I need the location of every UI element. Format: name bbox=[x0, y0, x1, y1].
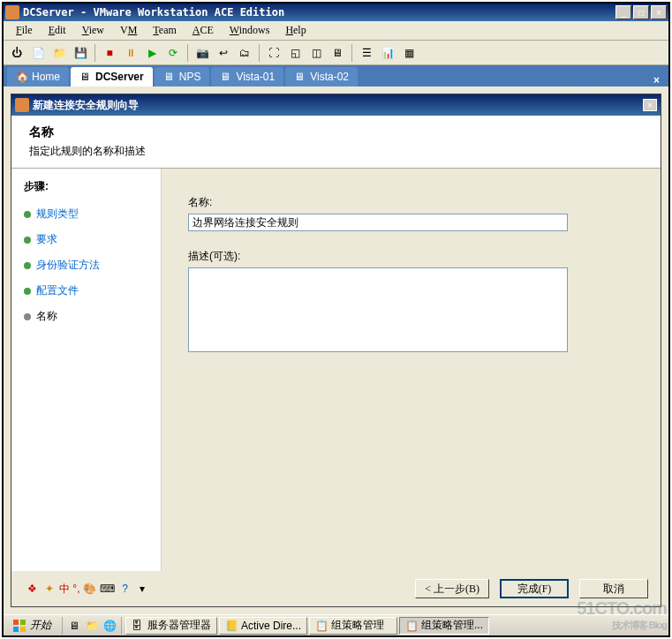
steps-title: 步骤: bbox=[11, 176, 161, 201]
ime-icon2: ✦ bbox=[42, 581, 57, 597]
menu-windows[interactable]: Windows bbox=[223, 22, 277, 39]
wizard-window: 新建连接安全规则向导 × 名称 指定此规则的名称和描述 步骤: 规则类型 要求 … bbox=[11, 94, 661, 607]
sidebar-icon[interactable]: ☰ bbox=[357, 43, 376, 63]
ime-text: 中 °, bbox=[59, 581, 79, 597]
maximize-button[interactable]: □ bbox=[633, 5, 649, 19]
back-button[interactable]: < 上一步(B) bbox=[415, 579, 489, 598]
cancel-button[interactable]: 取消 bbox=[579, 579, 648, 598]
guest-desktop: 新建连接安全规则向导 × 名称 指定此规则的名称和描述 步骤: 规则类型 要求 … bbox=[4, 86, 668, 614]
step-profile[interactable]: 配置文件 bbox=[11, 278, 161, 304]
menu-help[interactable]: Help bbox=[278, 22, 313, 39]
close-button[interactable]: × bbox=[651, 5, 667, 19]
summary-icon[interactable]: 📊 bbox=[378, 43, 397, 63]
tab-dcserver[interactable]: 🖥DCServer bbox=[71, 67, 153, 86]
home-icon: 🏠 bbox=[16, 71, 28, 83]
power-off-icon[interactable]: ⏻ bbox=[7, 43, 26, 63]
taskbar: 开始 🖥 📁 🌐 🗄服务器管理器 📒Active Dire... 📋组策略管理 … bbox=[4, 614, 668, 635]
vm-icon: 🖥 bbox=[163, 71, 176, 83]
titlebar: DCServer - VMware Workstation ACE Editio… bbox=[4, 4, 668, 21]
wizard-header: 名称 指定此规则的名称和描述 bbox=[11, 116, 661, 169]
ie-icon[interactable]: 🌐 bbox=[102, 618, 117, 634]
save-icon[interactable]: 💾 bbox=[71, 43, 90, 63]
menu-team[interactable]: Team bbox=[146, 22, 184, 39]
menu-view[interactable]: View bbox=[75, 22, 111, 39]
revert-icon[interactable]: ↩ bbox=[214, 43, 233, 63]
ime-icon3: 🎨 bbox=[81, 581, 97, 597]
wizard-form: 名称: 描述(可选): bbox=[162, 169, 661, 580]
task-active-directory[interactable]: 📒Active Dire... bbox=[219, 617, 307, 635]
menu-vm[interactable]: VM bbox=[113, 22, 144, 39]
app-icon bbox=[5, 5, 19, 19]
wizard-close-button[interactable]: × bbox=[643, 99, 657, 111]
tab-vista01[interactable]: 🖥Vista-01 bbox=[211, 67, 283, 86]
window-title: DCServer - VMware Workstation ACE Editio… bbox=[23, 6, 615, 19]
snapshot-icon[interactable]: 📷 bbox=[193, 43, 212, 63]
desc-textarea[interactable] bbox=[188, 267, 568, 352]
manage-icon[interactable]: 🗂 bbox=[235, 43, 254, 63]
tab-vista02[interactable]: 🖥Vista-02 bbox=[285, 67, 358, 86]
step-rule-type[interactable]: 规则类型 bbox=[11, 201, 161, 227]
tab-nps[interactable]: 🖥NPS bbox=[155, 67, 210, 86]
explorer-icon[interactable]: 📁 bbox=[84, 618, 100, 634]
thumbnail-icon[interactable]: ▦ bbox=[399, 43, 419, 63]
menu-file[interactable]: FFileile bbox=[9, 22, 40, 39]
vm-icon: 🖥 bbox=[220, 71, 232, 83]
play-icon[interactable]: ▶ bbox=[142, 43, 162, 63]
start-button[interactable]: 开始 bbox=[5, 617, 58, 635]
task-gp-management[interactable]: 📋组策略管理 bbox=[309, 617, 397, 635]
dropdown-icon[interactable]: ▾ bbox=[134, 581, 150, 597]
tab-close-button[interactable]: × bbox=[648, 74, 665, 86]
new-icon[interactable]: 📄 bbox=[28, 43, 48, 63]
vm-tabbar: 🏠Home 🖥DCServer 🖥NPS 🖥Vista-01 🖥Vista-02… bbox=[4, 65, 668, 86]
minimize-button[interactable]: _ bbox=[615, 5, 631, 19]
quickswitch-icon[interactable]: ◫ bbox=[306, 43, 326, 63]
unity-icon[interactable]: ◱ bbox=[285, 43, 305, 63]
step-name[interactable]: 名称 bbox=[11, 304, 161, 329]
reset-icon[interactable]: ⟳ bbox=[163, 43, 183, 63]
menubar: FFileile Edit View VM Team ACE Windows H… bbox=[4, 21, 668, 41]
wizard-icon bbox=[15, 98, 29, 112]
step-requirements[interactable]: 要求 bbox=[11, 227, 161, 252]
svg-rect-1 bbox=[20, 620, 26, 625]
console-icon[interactable]: 🖥 bbox=[328, 43, 347, 63]
wizard-header-title: 名称 bbox=[29, 124, 643, 140]
open-icon[interactable]: 📁 bbox=[49, 43, 69, 63]
tab-home[interactable]: 🏠Home bbox=[7, 67, 69, 86]
wizard-steps: 步骤: 规则类型 要求 身份验证方法 配置文件 名称 bbox=[11, 169, 162, 580]
fullscreen-icon[interactable]: ⛶ bbox=[264, 43, 283, 63]
wizard-title: 新建连接安全规则向导 bbox=[33, 98, 643, 113]
windows-flag-icon bbox=[12, 619, 26, 633]
task-server-manager[interactable]: 🗄服务器管理器 bbox=[125, 617, 217, 635]
menu-ace[interactable]: ACE bbox=[185, 22, 221, 39]
ime-icon4: ⌨ bbox=[99, 581, 115, 597]
svg-rect-3 bbox=[20, 627, 26, 632]
ime-icon: ❖ bbox=[24, 581, 40, 597]
quick-launch: 🖥 📁 🌐 bbox=[66, 618, 117, 634]
stop-icon[interactable]: ■ bbox=[100, 43, 119, 63]
name-label: 名称: bbox=[188, 195, 634, 210]
ime-status: ❖ ✦ 中 °, 🎨 ⌨ ? ▾ bbox=[24, 581, 150, 597]
help-icon[interactable]: ? bbox=[117, 581, 132, 597]
task-gp-management-2[interactable]: 📋组策略管理... bbox=[399, 617, 489, 635]
toolbar: ⏻ 📄 📁 💾 ■ ⏸ ▶ ⟳ 📷 ↩ 🗂 ⛶ ◱ ◫ 🖥 ☰ 📊 ▦ bbox=[4, 41, 668, 65]
pause-icon[interactable]: ⏸ bbox=[121, 43, 140, 63]
svg-rect-0 bbox=[13, 620, 19, 625]
wizard-titlebar: 新建连接安全规则向导 × bbox=[11, 94, 661, 116]
desc-label: 描述(可选): bbox=[188, 249, 634, 264]
vm-icon: 🖥 bbox=[79, 71, 92, 83]
desktop-icon[interactable]: 🖥 bbox=[66, 618, 82, 634]
finish-button[interactable]: 完成(F) bbox=[500, 579, 569, 598]
wizard-footer: ❖ ✦ 中 °, 🎨 ⌨ ? ▾ < 上一步(B) 完成(F) 取消 bbox=[11, 571, 661, 606]
svg-rect-2 bbox=[13, 627, 19, 632]
menu-edit[interactable]: Edit bbox=[42, 22, 73, 39]
step-auth-method[interactable]: 身份验证方法 bbox=[11, 252, 161, 278]
vm-icon: 🖥 bbox=[294, 71, 306, 83]
name-input[interactable] bbox=[188, 214, 568, 231]
wizard-header-desc: 指定此规则的名称和描述 bbox=[29, 144, 643, 159]
